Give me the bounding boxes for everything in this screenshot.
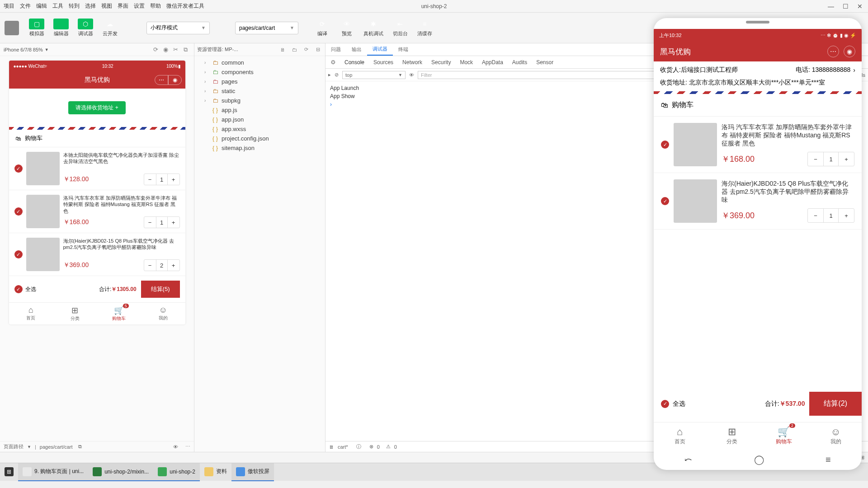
realdebug-button[interactable]: ✱真机调试 [360,17,387,39]
product-image[interactable] [26,195,60,228]
devtools-outer-tab[interactable]: 问题 [326,43,346,56]
menu-item[interactable]: 微信开发者工具 [166,2,204,10]
checkout-button[interactable]: 结算(5) [141,281,180,298]
avatar[interactable] [5,21,19,35]
menu-item[interactable]: 工具 [52,2,63,10]
tree-item[interactable]: ›🗀components [194,67,325,77]
tab-分类[interactable]: ⊞分类 [706,422,758,449]
tree-item[interactable]: ›🗀pages [194,77,325,86]
refresh-icon[interactable]: ⟳ [302,47,311,52]
menu-item[interactable]: 界面 [118,2,128,10]
menu-item[interactable]: 帮助 [150,2,161,10]
devtools-tab[interactable]: Console [340,59,369,66]
copy-icon[interactable]: ⧉ [78,444,82,450]
android-recent-button[interactable]: ≡ [826,455,831,465]
select-all-checkbox[interactable]: ✓ [661,400,669,408]
qty-plus-button[interactable]: + [839,152,854,166]
menu-item[interactable]: 文件 [20,2,31,10]
editor-tab-name[interactable]: cart* [338,444,348,450]
android-home-button[interactable]: ◯ [754,454,764,465]
rotate-icon[interactable]: ⟳ [151,46,160,53]
select-all-checkbox[interactable]: ✓ [14,285,23,293]
devtools-tab[interactable]: Sensor [532,59,558,66]
background-button[interactable]: ⇤切后台 [389,17,411,39]
tab-分类[interactable]: ⊞分类 [53,303,97,324]
debugger-button[interactable]: ⬡调试器 [74,17,97,39]
close-button[interactable]: ✕ [855,3,864,10]
taskbar-item[interactable]: 资料 [200,463,231,481]
qty-minus-button[interactable]: − [144,260,156,271]
mute-icon[interactable]: ◉ [160,46,170,53]
devtools-tab[interactable]: Audits [508,59,532,66]
tab-我的[interactable]: ☺我的 [810,422,862,449]
clearcache-button[interactable]: ≡清缓存 [413,17,436,39]
qty-minus-button[interactable]: − [144,174,156,185]
menu-item[interactable]: 编辑 [36,2,47,10]
qty-plus-button[interactable]: + [168,260,179,271]
capsule-close-button[interactable]: ◉ [844,46,855,57]
choose-address-button[interactable]: 请选择收货地址 + [68,101,125,114]
product-image[interactable] [26,238,60,271]
qty-minus-button[interactable]: − [808,209,823,222]
item-checkbox[interactable]: ✓ [14,250,23,258]
qty-plus-button[interactable]: + [839,209,854,222]
context-select[interactable]: top ▼ [342,71,406,79]
item-checkbox[interactable]: ✓ [661,141,669,149]
eye-icon[interactable]: 👁 [409,72,414,78]
item-checkbox[interactable]: ✓ [661,197,669,205]
preview-button[interactable]: 👁预览 [335,17,358,39]
tree-item[interactable]: { }app.wxss [194,124,325,134]
devtools-outer-tab[interactable]: 终端 [393,43,414,56]
cut-icon[interactable]: ✂ [170,46,180,53]
android-back-button[interactable]: ⤺ [684,454,692,465]
product-image[interactable] [674,179,717,223]
start-button[interactable]: ⊞ [0,463,18,481]
item-checkbox[interactable]: ✓ [14,207,23,216]
tree-item[interactable]: ›🗀static [194,86,325,96]
menu-item[interactable]: 项目 [4,2,14,10]
inspect-icon[interactable]: ⯐ [328,59,338,66]
tree-item[interactable]: { }app.js [194,105,325,115]
eye-icon[interactable]: 👁 [173,444,178,450]
tab-我的[interactable]: ☺我的 [141,303,185,324]
tree-item[interactable]: ›🗀subpkg [194,96,325,105]
mode-select[interactable]: 小程序模式 ▼ [146,22,210,34]
product-image[interactable] [26,152,60,185]
menu-item[interactable]: 转到 [69,2,80,10]
product-image[interactable] [674,123,717,166]
tree-item[interactable]: { }sitemap.json [194,143,325,153]
tab-购物车[interactable]: 🛒购物车2 [758,422,810,449]
menu-item[interactable]: 视图 [101,2,112,10]
qty-plus-button[interactable]: + [168,174,179,185]
devtools-outer-tab[interactable]: 调试器 [367,43,393,56]
more-icon[interactable]: ⋯ [185,444,190,450]
page-select[interactable]: pages/cart/cart ▼ [235,22,298,34]
devtools-outer-tab[interactable]: 输出 [346,43,367,56]
tree-item[interactable]: { }app.json [194,115,325,124]
taskbar-item[interactable]: uni-shop-2/mixin... [88,463,153,481]
capsule-close-button[interactable]: ◉ [168,75,182,85]
tab-购物车[interactable]: 🛒购物车5 [97,303,142,324]
capsule-menu-button[interactable]: ⋯ [827,46,839,57]
maximize-button[interactable]: ☐ [841,3,850,10]
taskbar-item[interactable]: uni-shop-2 [153,463,200,481]
chevron-right-icon[interactable]: › [853,66,855,74]
tab-首页[interactable]: ⌂首页 [654,422,706,449]
menu-item[interactable]: 设置 [134,2,145,10]
taskbar-item[interactable]: 9. 购物车页面 | uni... [18,463,88,481]
minimize-button[interactable]: — [826,3,835,10]
clouddev-button[interactable]: ☁云开发 [99,17,121,39]
clear-console-icon[interactable]: ⊘ [335,72,339,78]
checkout-button[interactable]: 结算(2) [809,392,862,416]
taskbar-item[interactable]: 傲软投屏 [231,463,274,481]
run-icon[interactable]: ▸ [328,72,331,78]
simulator-button[interactable]: ▢模拟器 [25,17,48,39]
new-file-icon[interactable]: 🗎 [278,47,287,52]
tab-首页[interactable]: ⌂首页 [9,303,53,324]
capsule-menu-button[interactable]: ⋯ [155,75,168,85]
collapse-icon[interactable]: ⊟ [313,47,322,52]
qty-minus-button[interactable]: − [144,217,156,228]
editor-button[interactable]: 编辑器 [50,17,72,39]
devtools-tab[interactable]: AppData [477,59,508,66]
new-folder-icon[interactable]: 🗀 [290,47,299,52]
